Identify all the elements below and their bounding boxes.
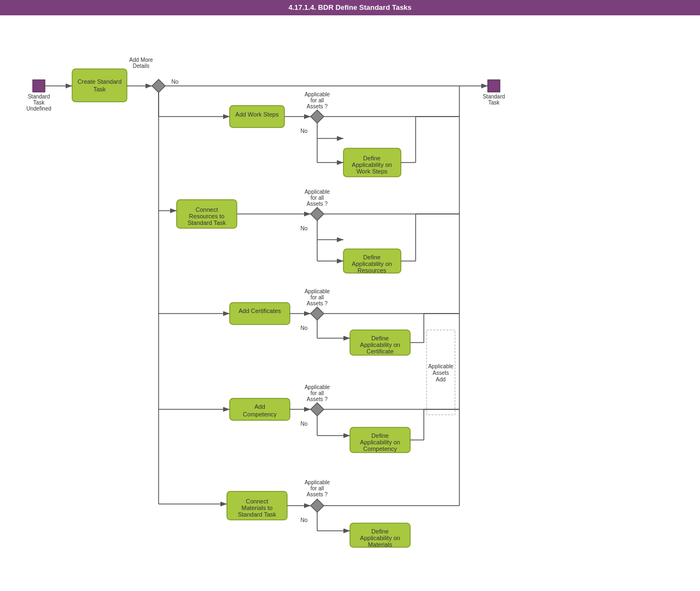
page-header: 4.17.1.4. BDR Define Standard Tasks [0, 0, 700, 15]
svg-text:Task: Task [488, 100, 500, 106]
svg-text:Create Standard: Create Standard [78, 78, 122, 85]
diamond-main [152, 79, 165, 92]
svg-text:Assets ?: Assets ? [307, 300, 328, 306]
svg-text:Resources to: Resources to [189, 213, 225, 219]
svg-text:Applicable: Applicable [305, 479, 330, 485]
diamond-certificates [311, 307, 324, 320]
svg-text:Assets ?: Assets ? [307, 491, 328, 497]
svg-text:Add: Add [254, 403, 265, 410]
svg-text:Define: Define [363, 155, 381, 161]
svg-text:Resources: Resources [358, 267, 387, 274]
svg-text:Materials: Materials [368, 541, 393, 548]
no-label-main: No [172, 79, 179, 85]
svg-text:Define: Define [371, 335, 389, 341]
svg-text:Define: Define [371, 528, 389, 535]
svg-text:Add Work Steps: Add Work Steps [235, 111, 279, 118]
svg-text:Certificate: Certificate [366, 348, 394, 355]
svg-text:Define: Define [363, 254, 381, 260]
svg-text:Applicability on: Applicability on [352, 260, 392, 267]
end-node [488, 80, 500, 92]
applicable-label-1: Applicable [305, 91, 330, 97]
diamond-competency [311, 403, 324, 416]
svg-text:Connect: Connect [246, 498, 269, 505]
svg-text:Task: Task [33, 100, 45, 106]
start-label: Standard [28, 94, 50, 100]
svg-text:for all: for all [311, 97, 324, 103]
diamond-work-steps [311, 110, 324, 123]
diagram-svg: Standard Task Undefined Create Standard … [0, 15, 700, 591]
svg-text:Connect: Connect [196, 206, 218, 213]
add-more-details-label: Add More [129, 57, 153, 63]
svg-text:Applicable: Applicable [305, 384, 330, 390]
svg-text:Assets ?: Assets ? [307, 396, 328, 402]
svg-text:for all: for all [311, 485, 324, 491]
svg-text:Define: Define [371, 432, 389, 439]
svg-text:Applicability on: Applicability on [352, 161, 392, 168]
svg-text:Add Certificates: Add Certificates [238, 308, 281, 314]
svg-text:No: No [301, 517, 308, 523]
svg-text:Competency: Competency [363, 445, 397, 452]
svg-text:Assets ?: Assets ? [307, 201, 328, 207]
svg-text:Add: Add [436, 376, 446, 383]
svg-text:No: No [301, 225, 308, 231]
svg-text:Details: Details [133, 63, 150, 69]
svg-text:Applicable: Applicable [305, 288, 330, 294]
svg-text:Applicability on: Applicability on [360, 439, 400, 445]
svg-text:Standard Task: Standard Task [238, 511, 277, 518]
svg-text:Work Steps: Work Steps [357, 168, 388, 175]
svg-text:Assets ?: Assets ? [307, 103, 328, 109]
svg-text:Standard Task: Standard Task [188, 219, 226, 226]
no-label-1: No [301, 128, 308, 134]
diamond-materials [311, 499, 324, 512]
svg-text:for all: for all [311, 195, 324, 201]
svg-text:No: No [301, 325, 308, 331]
end-label: Standard [483, 94, 505, 100]
svg-text:Undefined: Undefined [26, 106, 51, 112]
svg-text:Materials to: Materials to [242, 505, 273, 511]
start-node [33, 80, 45, 92]
svg-text:Competency: Competency [243, 411, 277, 418]
svg-text:for all: for all [311, 294, 324, 300]
diagram-container: Standard Task Undefined Create Standard … [0, 15, 700, 591]
header-title: 4.17.1.4. BDR Define Standard Tasks [288, 3, 411, 11]
diamond-resources [311, 207, 324, 221]
svg-text:Assets: Assets [433, 370, 449, 376]
svg-text:Applicability on: Applicability on [360, 341, 400, 348]
svg-text:Applicable: Applicable [305, 189, 330, 195]
svg-text:Applicable: Applicable [428, 363, 454, 369]
svg-text:Task: Task [94, 86, 106, 92]
svg-text:Applicability on: Applicability on [360, 535, 400, 541]
svg-text:for all: for all [311, 390, 324, 396]
svg-text:No: No [301, 421, 308, 427]
